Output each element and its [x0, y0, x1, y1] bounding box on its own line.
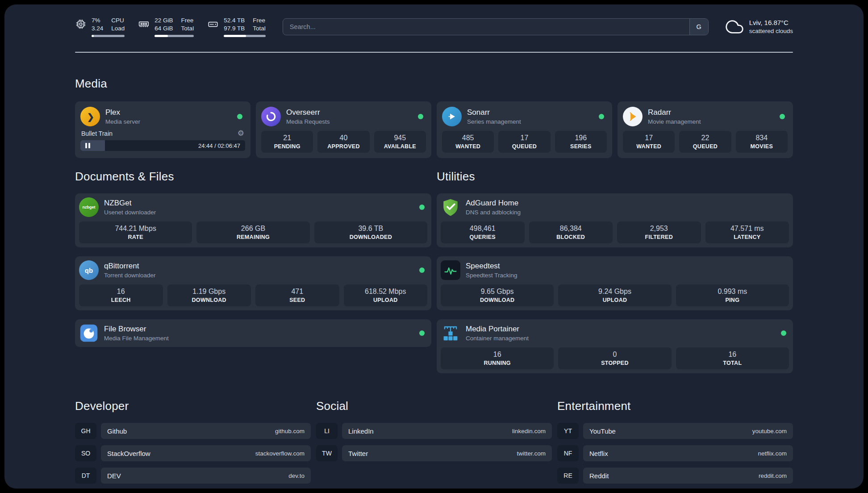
card-radarr[interactable]: Radarr Movie management 17 WANTED 22 QUE…: [618, 101, 793, 158]
status-indicator: [780, 114, 785, 119]
stat-tile: 2,953 FILTERED: [617, 221, 701, 243]
bookmark-group-entertainment: Entertainment YT YouTube youtube.com NF …: [557, 399, 793, 490]
stat-tile: 17 QUEUED: [498, 131, 550, 153]
card-nzbget[interactable]: nzbget NZBGet Usenet downloader 744.21 M…: [75, 193, 431, 247]
stat-tile: 0.993 ms PING: [676, 284, 789, 306]
bookmark-group-developer: Developer GH Github github.com SO StackO…: [75, 399, 311, 490]
bookmark-row: SO StackOverflow stackoverflow.com: [75, 445, 311, 461]
card-title: Sonarr: [467, 108, 521, 117]
stat-tile: 39.6 TB DOWNLOADED: [314, 221, 427, 243]
bookmark-row: NF Netflix netflix.com: [557, 445, 793, 461]
bookmark-abbr: GH: [75, 423, 96, 439]
card-overseerr[interactable]: Overseerr Media Requests 21 PENDING 40 A…: [256, 101, 431, 158]
bookmark-abbr: RE: [557, 468, 579, 484]
filebrowser-icon: [79, 323, 99, 343]
disk-progress-bar: [224, 35, 266, 37]
weather-widget: Lviv, 16.87°C scattered clouds: [726, 18, 793, 36]
bookmark-link-reddit[interactable]: Reddit reddit.com: [583, 468, 793, 484]
card-portainer[interactable]: Media Portainer Container management 16 …: [437, 319, 793, 373]
now-playing-title: Bullet Train: [81, 130, 113, 137]
stat-tile: 485 WANTED: [442, 131, 494, 153]
ram-free-value: 22 GiB: [154, 17, 173, 25]
card-title: Media Portainer: [466, 324, 529, 334]
radarr-icon: [623, 107, 643, 126]
card-qbittorrent[interactable]: qb qBittorrent Torrent downloader 16 LEE…: [75, 256, 431, 310]
bookmark-link-stackoverflow[interactable]: StackOverflow stackoverflow.com: [101, 445, 311, 461]
card-adguard[interactable]: AdGuard Home DNS and adblocking 498,461 …: [437, 193, 793, 247]
nzbget-icon: nzbget: [79, 197, 99, 217]
bookmark-row: RE Reddit reddit.com: [557, 468, 793, 484]
card-title: Overseerr: [286, 108, 330, 117]
section-title-documents: Documents & Files: [75, 170, 431, 184]
bookmark-row: TW Twitter twitter.com: [316, 445, 552, 461]
bookmark-abbr: LI: [316, 423, 338, 439]
memory-widget: 22 GiB 64 GiB Free Total: [138, 17, 194, 37]
bookmark-link-dev[interactable]: DEV dev.to: [101, 468, 311, 484]
plex-now-playing: Bullet Train ⚙ 24:44 / 02:06:47: [80, 130, 245, 151]
gear-icon[interactable]: ⚙: [238, 130, 244, 137]
bookmark-link-linkedin[interactable]: LinkedIn linkedin.com: [342, 423, 552, 439]
card-filebrowser[interactable]: File Browser Media File Management: [75, 319, 431, 347]
bookmark-abbr: SO: [75, 445, 96, 461]
status-indicator: [418, 114, 423, 119]
ram-free-label: Free: [181, 17, 194, 25]
adguard-icon: [441, 197, 460, 217]
card-subtitle: Usenet downloader: [104, 209, 156, 217]
weather-condition: scattered clouds: [749, 27, 793, 35]
status-indicator: [237, 114, 242, 119]
status-indicator: [599, 114, 604, 119]
bookmark-row: YT YouTube youtube.com: [557, 423, 793, 439]
stat-tile: 196 SERIES: [555, 131, 607, 153]
bookmark-abbr: TW: [316, 445, 338, 461]
bookmark-link-youtube[interactable]: YouTube youtube.com: [583, 423, 793, 439]
cloud-icon: [726, 18, 743, 36]
topbar-divider: [75, 52, 793, 53]
qbittorrent-icon: qb: [79, 260, 99, 280]
search-bar: G: [283, 18, 709, 35]
card-speedtest[interactable]: Speedtest Speedtest Tracking 9.65 Gbps D…: [437, 256, 793, 310]
sonarr-icon: [442, 107, 462, 126]
playback-progress-bar[interactable]: 24:44 / 02:06:47: [80, 140, 245, 151]
stat-tile: 266 GB REMAINING: [196, 221, 309, 243]
bookmark-link-netflix[interactable]: Netflix netflix.com: [583, 445, 793, 461]
section-title-media: Media: [75, 77, 793, 91]
bookmark-link-twitter[interactable]: Twitter twitter.com: [342, 445, 552, 461]
bookmark-row: GH Github github.com: [75, 423, 311, 439]
card-subtitle: Speedtest Tracking: [466, 272, 517, 280]
cpu-widget: 7% 3.24 CPU Load: [75, 17, 125, 37]
pause-icon[interactable]: [85, 143, 90, 148]
stat-tile: 40 APPROVED: [317, 131, 369, 153]
bookmark-abbr: YT: [557, 423, 579, 439]
search-input[interactable]: [283, 19, 689, 35]
stat-tile: 86,384 BLOCKED: [529, 221, 613, 243]
card-sonarr[interactable]: Sonarr Series management 485 WANTED 17 Q…: [437, 101, 612, 158]
bookmark-row: LI LinkedIn linkedin.com: [316, 423, 552, 439]
media-grid: ❯ Plex Media server Bullet Train ⚙ 24:44…: [75, 101, 793, 158]
bookmark-link-github[interactable]: Github github.com: [101, 423, 311, 439]
status-indicator: [419, 205, 425, 210]
status-indicator: [781, 330, 786, 336]
card-subtitle: Media File Management: [104, 334, 169, 343]
search-provider-button[interactable]: G: [689, 19, 708, 35]
cpu-percent: 7%: [92, 17, 103, 25]
card-subtitle: Container management: [466, 334, 529, 343]
card-title: Speedtest: [466, 261, 517, 271]
card-title: AdGuard Home: [466, 198, 521, 208]
status-indicator: [419, 267, 425, 273]
stat-tile: 945 AVAILABLE: [374, 131, 426, 153]
bookmark-row: DT DEV dev.to: [75, 468, 311, 484]
card-plex[interactable]: ❯ Plex Media server Bullet Train ⚙ 24:44…: [75, 101, 250, 158]
stat-tile: 16 RUNNING: [441, 347, 554, 369]
stat-tile: 47.571 ms LATENCY: [705, 221, 789, 243]
card-subtitle: Media server: [105, 118, 140, 126]
stat-tile: 9.24 Gbps UPLOAD: [558, 284, 671, 306]
dashboard-panel: 7% 3.24 CPU Load: [4, 4, 864, 489]
stat-tile: 0 STOPPED: [558, 347, 671, 369]
cpu-icon: [75, 18, 87, 30]
card-subtitle: Movie management: [648, 118, 701, 126]
section-title-entertainment: Entertainment: [557, 399, 793, 413]
stat-tile: 618.52 Mbps UPLOAD: [344, 284, 428, 306]
memory-icon: [138, 18, 150, 30]
disk-free-label: Free: [253, 17, 266, 25]
ram-total-label: Total: [181, 25, 194, 33]
